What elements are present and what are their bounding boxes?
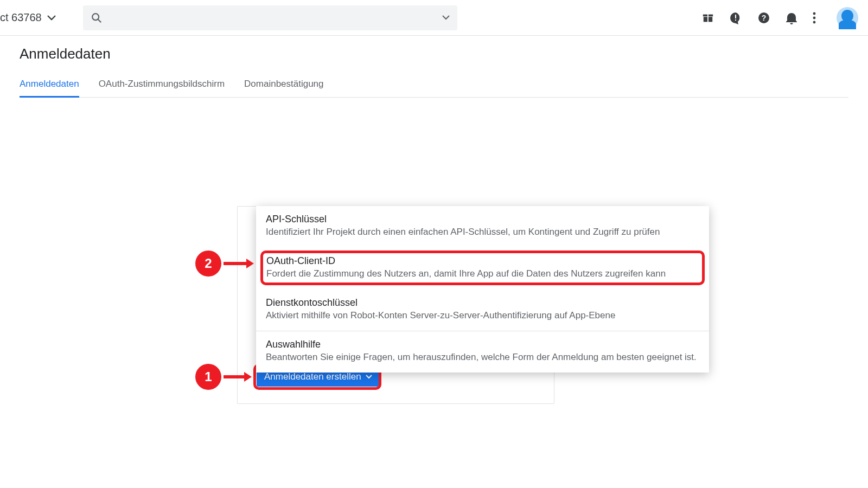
svg-rect-2	[704, 17, 707, 22]
arrow-right-icon	[224, 259, 254, 268]
tab-domain-verify[interactable]: Domainbestätigung	[244, 72, 323, 97]
svg-rect-3	[709, 17, 712, 22]
create-credentials-label: Anmeldedaten erstellen	[264, 371, 361, 382]
more-vert-icon[interactable]	[813, 12, 816, 24]
tab-row: Anmeldedaten OAuth-Zustimmungsbildschirm…	[20, 72, 848, 98]
menu-item-oauth-client-id[interactable]: OAuth-Client-ID Fordert die Zustimmung d…	[256, 247, 709, 290]
menu-item-service-account-key[interactable]: Dienstkontoschlüssel Aktiviert mithilfe …	[256, 290, 709, 331]
search-box[interactable]	[83, 5, 457, 30]
svg-rect-6	[735, 15, 736, 18]
menu-item-title: API-Schlüssel	[266, 214, 699, 225]
arrow-right-icon	[224, 372, 252, 382]
caret-down-icon	[366, 375, 372, 379]
menu-item-desc: Identifiziert Ihr Projekt durch einen ei…	[266, 226, 699, 239]
annotation-highlight-2: OAuth-Client-ID Fordert die Zustimmung d…	[260, 251, 705, 285]
caret-down-icon	[442, 15, 450, 20]
svg-point-12	[813, 21, 816, 23]
top-icons: ?	[702, 7, 858, 29]
annotation-step-2: 2	[195, 251, 221, 277]
project-selector[interactable]: ct 63768	[0, 11, 56, 24]
content-stage: Anmeldedaten erstellen API-Schlüssel Ide…	[0, 98, 868, 477]
menu-item-help-me-choose[interactable]: Auswahlhilfe Beantworten Sie einige Frag…	[256, 331, 709, 373]
svg-point-11	[813, 16, 816, 19]
bell-icon[interactable]	[786, 11, 797, 24]
menu-item-title: OAuth-Client-ID	[266, 255, 699, 267]
project-name: ct 63768	[0, 11, 42, 24]
person-icon	[841, 10, 853, 22]
svg-line-1	[98, 19, 101, 22]
svg-text:?: ?	[762, 14, 767, 22]
menu-item-desc: Aktiviert mithilfe von Robot-Konten Serv…	[266, 310, 699, 322]
tab-oauth-consent[interactable]: OAuth-Zustimmungsbildschirm	[99, 72, 225, 97]
search-icon	[91, 12, 103, 24]
svg-rect-4	[703, 14, 707, 16]
menu-item-title: Auswahlhilfe	[266, 339, 699, 350]
svg-rect-7	[735, 20, 736, 21]
menu-item-title: Dienstkontoschlüssel	[266, 297, 699, 309]
gift-icon[interactable]	[702, 12, 714, 24]
menu-item-desc: Beantworten Sie einige Fragen, um heraus…	[266, 351, 699, 364]
alert-bubble-icon[interactable]	[729, 11, 742, 24]
page-title: Anmeldedaten	[0, 36, 868, 72]
menu-item-api-key[interactable]: API-Schlüssel Identifiziert Ihr Projekt …	[256, 206, 709, 247]
top-bar: ct 63768 ?	[0, 0, 868, 36]
search-input[interactable]	[103, 13, 442, 23]
annotation-step-1: 1	[195, 364, 221, 390]
svg-point-10	[813, 12, 816, 15]
svg-point-0	[92, 14, 99, 20]
menu-item-desc: Fordert die Zustimmung des Nutzers an, d…	[266, 268, 699, 280]
caret-down-icon	[47, 15, 56, 21]
help-icon[interactable]: ?	[757, 11, 770, 24]
create-credentials-menu: API-Schlüssel Identifiziert Ihr Projekt …	[256, 206, 709, 373]
avatar[interactable]	[837, 7, 858, 29]
svg-rect-5	[709, 14, 713, 16]
tab-credentials[interactable]: Anmeldedaten	[20, 72, 79, 97]
